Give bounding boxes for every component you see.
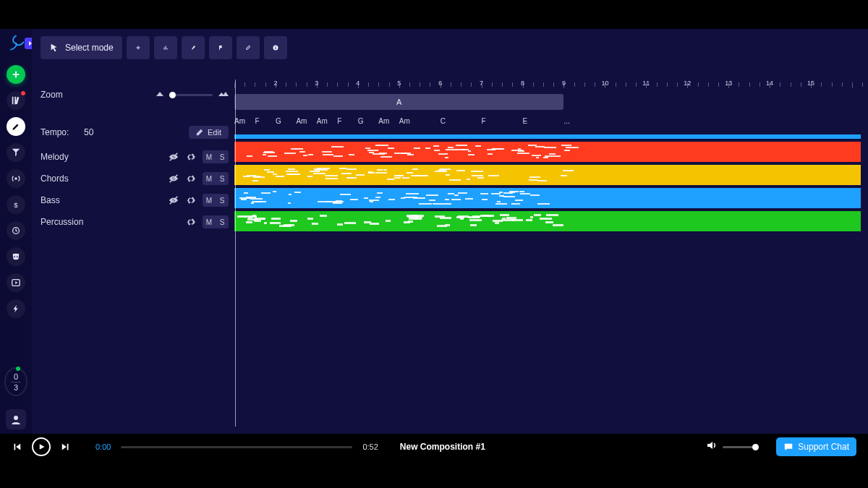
credits-top: 0: [14, 372, 18, 381]
sidebar: $ 0 3: [0, 29, 32, 434]
select-mode-button[interactable]: Select mode: [41, 36, 122, 59]
track-row: BassMS: [41, 189, 229, 211]
track-name: Melody: [41, 152, 168, 162]
zoom-row: Zoom: [41, 80, 229, 110]
boost-icon[interactable]: [7, 299, 25, 318]
chord-label[interactable]: Am: [317, 117, 328, 125]
support-label: Support Chat: [798, 442, 849, 452]
next-track-button[interactable]: [61, 442, 71, 452]
playhead[interactable]: [235, 80, 236, 427]
track-lane[interactable]: [234, 142, 861, 162]
track-lane[interactable]: [234, 211, 861, 231]
new-project-button[interactable]: [7, 65, 25, 84]
mute-solo-group: MS: [203, 194, 229, 207]
mute-solo-group: MS: [203, 172, 229, 185]
track-lane[interactable]: [234, 188, 861, 208]
ruler-number: 10: [601, 80, 608, 87]
section-bar: A: [234, 94, 861, 111]
zoom-slider[interactable]: [169, 94, 213, 96]
mixer-icon[interactable]: [7, 143, 25, 162]
edit-label: Edit: [208, 128, 221, 137]
notification-dot-icon: [20, 90, 26, 96]
chord-label[interactable]: Am: [234, 117, 245, 125]
chord-bar: AmFGAmAmFGAmAmCFE...: [234, 116, 861, 130]
ruler[interactable]: 23456789101112131415: [234, 80, 861, 91]
solo-button[interactable]: S: [216, 215, 229, 228]
gear-icon[interactable]: [185, 194, 197, 206]
track-panel: Zoom Tempo: 50 Edit MelodyMSChordsMSBass…: [41, 80, 229, 233]
solo-button[interactable]: S: [216, 172, 229, 185]
ruler-number: 11: [642, 80, 650, 87]
play-button[interactable]: [32, 437, 51, 456]
svg-rect-9: [275, 46, 276, 47]
volume-icon[interactable]: [705, 440, 717, 454]
tempo-label: Tempo:: [41, 127, 84, 137]
editor-icon[interactable]: [7, 117, 25, 136]
chord-label[interactable]: G: [276, 117, 281, 125]
ruler-number: 6: [438, 80, 442, 87]
chord-label[interactable]: C: [441, 117, 446, 125]
info-button[interactable]: [264, 36, 287, 59]
zoom-control: [156, 90, 229, 100]
chord-label[interactable]: E: [523, 117, 528, 125]
add-button[interactable]: [127, 36, 150, 59]
play-video-icon[interactable]: [7, 273, 25, 292]
svg-point-4: [17, 256, 18, 257]
visibility-icon[interactable]: [168, 173, 179, 184]
ruler-number: 15: [807, 80, 814, 87]
library-icon[interactable]: [7, 91, 25, 110]
gear-icon[interactable]: [185, 216, 197, 228]
brush-button[interactable]: [182, 36, 205, 59]
chord-label[interactable]: Am: [296, 117, 307, 125]
mute-button[interactable]: M: [203, 150, 216, 163]
visibility-icon[interactable]: [168, 194, 179, 206]
chord-label[interactable]: F: [482, 117, 486, 125]
track-name: Bass: [41, 195, 168, 205]
flag-button[interactable]: [209, 36, 232, 59]
section-a[interactable]: A: [234, 94, 563, 110]
ruler-number: 3: [315, 80, 318, 87]
volume-slider[interactable]: [723, 446, 759, 448]
svg-rect-8: [275, 48, 276, 50]
mute-button[interactable]: M: [203, 194, 216, 207]
support-chat-button[interactable]: Support Chat: [776, 437, 856, 456]
zoom-in-icon[interactable]: [218, 90, 229, 100]
chord-label[interactable]: F: [337, 117, 341, 125]
chord-label[interactable]: ...: [563, 117, 569, 125]
svg-point-3: [14, 256, 15, 257]
ruler-number: 12: [684, 80, 691, 87]
credits-counter[interactable]: 0 3: [4, 367, 27, 396]
prev-track-button[interactable]: [12, 442, 22, 452]
chord-label[interactable]: Am: [378, 117, 389, 125]
playback-bar: 0:00 0:52 New Composition #1 Support Cha…: [0, 435, 868, 459]
solo-button[interactable]: S: [216, 194, 229, 207]
profile-button[interactable]: [6, 409, 26, 429]
main-editor: Select mode Zoom: [32, 29, 868, 434]
discord-icon[interactable]: [7, 247, 25, 266]
chord-label[interactable]: F: [255, 117, 259, 125]
chord-label[interactable]: Am: [399, 117, 410, 125]
track-row: ChordsMS: [41, 168, 229, 189]
solo-button[interactable]: S: [216, 150, 229, 163]
history-icon[interactable]: [7, 221, 25, 240]
track-lane[interactable]: [234, 165, 861, 185]
mute-solo-group: MS: [203, 150, 229, 163]
broadcast-icon[interactable]: [7, 169, 25, 188]
seek-bar[interactable]: [121, 446, 352, 448]
zoom-label: Zoom: [41, 90, 63, 100]
billing-icon[interactable]: $: [7, 195, 25, 214]
time-total: 0:52: [362, 442, 378, 451]
visibility-icon[interactable]: [168, 151, 179, 163]
chord-label[interactable]: G: [358, 117, 364, 125]
mute-button[interactable]: M: [203, 172, 216, 185]
gear-icon[interactable]: [185, 173, 197, 184]
track-row: PercussionMS: [41, 211, 229, 233]
mute-button[interactable]: M: [203, 215, 216, 228]
time-current: 0:00: [95, 442, 111, 451]
tempo-edit-button[interactable]: Edit: [189, 126, 229, 139]
stats-button[interactable]: [154, 36, 177, 59]
gear-icon[interactable]: [185, 151, 197, 163]
zoom-out-icon[interactable]: [156, 90, 163, 100]
link-button[interactable]: [237, 36, 260, 59]
ruler-number: 7: [480, 80, 483, 87]
